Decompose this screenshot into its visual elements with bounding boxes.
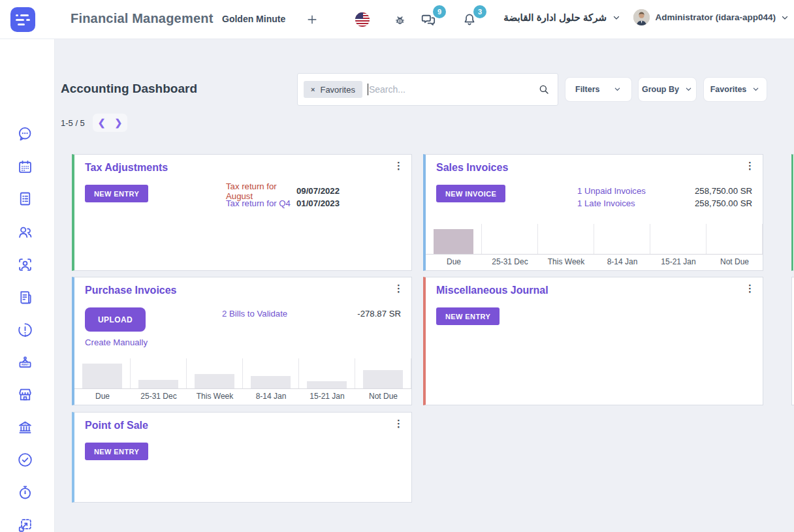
tax-return-august-link[interactable]: Tax return for August [226, 181, 296, 201]
accounting-bank-icon[interactable] [15, 417, 35, 437]
chart-x-label: 15-21 Jan [650, 257, 707, 266]
svg-text:RENT: RENT [22, 363, 29, 366]
chart-bar[interactable] [251, 376, 291, 388]
chart-bar[interactable] [307, 381, 347, 388]
chart-column-due[interactable] [426, 224, 482, 254]
notes-list-icon[interactable] [15, 189, 35, 208]
chart-column-25-31-dec[interactable] [131, 358, 187, 388]
rental-sign-icon[interactable]: RENT [15, 352, 35, 372]
chart-x-label: 15-21 Jan [299, 392, 355, 401]
bills-to-validate-link[interactable]: 2 Bills to Validate [222, 309, 287, 319]
chart-bar[interactable] [82, 364, 122, 388]
calendar-icon[interactable] [15, 157, 35, 176]
messages-badge: 9 [433, 5, 446, 18]
chart-bar[interactable] [363, 370, 403, 388]
partial-card-sliver [791, 154, 794, 271]
new-entry-button[interactable]: NEW ENTRY [436, 307, 500, 325]
card-point-of-sale: Point of Sale ⋮ NEW ENTRY [72, 412, 412, 503]
sidebar: RENT 123 [0, 39, 55, 532]
search-box[interactable]: × Favorites Search... [297, 73, 558, 106]
chart-column-15-21-jan[interactable] [299, 358, 355, 388]
chart-bar[interactable] [434, 229, 473, 254]
chevron-down-icon [781, 14, 789, 22]
chart-bar[interactable] [138, 380, 178, 388]
card-purchase-invoices: Purchase Invoices ⋮ UPLOAD 2 Bills to Va… [72, 277, 412, 405]
notifications-badge: 3 [473, 5, 486, 18]
facet-label: Favorites [320, 85, 355, 95]
favorites-button[interactable]: Favorites [703, 77, 767, 102]
bills-to-validate-amount: -278.87 SR [357, 309, 401, 319]
pager-prev-button[interactable]: ❮ [98, 118, 106, 127]
new-entry-button[interactable]: NEW ENTRY [85, 443, 148, 460]
upload-button[interactable]: UPLOAD [85, 307, 146, 332]
card-title-point-of-sale[interactable]: Point of Sale [85, 420, 148, 431]
unpaid-invoices-link[interactable]: 1 Unpaid Invoices [577, 186, 646, 196]
chart-column-not-due[interactable] [707, 224, 763, 254]
notifications-bell-icon[interactable]: 3 [459, 9, 480, 30]
language-flag-icon[interactable] [355, 12, 370, 27]
card-title-purchase-invoices[interactable]: Purchase Invoices [85, 285, 177, 296]
members-frame-icon[interactable] [15, 255, 35, 274]
chart-column-25-31-dec[interactable] [482, 224, 538, 254]
plus-icon[interactable] [302, 9, 323, 30]
chart-column-15-21-jan[interactable] [650, 224, 707, 254]
new-invoice-button[interactable]: NEW INVOICE [436, 185, 505, 202]
kebab-menu-icon[interactable]: ⋮ [394, 283, 404, 294]
group-by-button[interactable]: Group By [638, 77, 697, 102]
chevron-down-icon [685, 86, 693, 93]
documents-icon[interactable] [15, 287, 35, 307]
top-bar: Financial Management Golden Minute 9 [0, 0, 794, 39]
kebab-menu-icon[interactable]: ⋮ [745, 283, 755, 294]
new-entry-button[interactable]: NEW ENTRY [85, 185, 148, 202]
contacts-icon[interactable] [15, 222, 35, 242]
chart-column-due[interactable] [74, 358, 131, 388]
company-name: شركة حلول ادارة القابضة [503, 12, 607, 23]
apps-menu-logo[interactable] [10, 7, 35, 32]
chart-x-label: 25-31 Dec [482, 257, 538, 266]
filters-button[interactable]: Filters [565, 77, 632, 102]
chart-x-label: 8-14 Jan [594, 257, 650, 266]
kebab-menu-icon[interactable]: ⋮ [745, 160, 755, 172]
text-cursor [368, 84, 368, 95]
chart-column-this-week[interactable] [187, 358, 243, 388]
late-invoices-link[interactable]: 1 Late Invoices [577, 198, 635, 208]
chart-column-not-due[interactable] [355, 358, 411, 388]
card-title-miscellaneous-journal[interactable]: Miscellaneous Journal [436, 285, 548, 296]
kebab-menu-icon[interactable]: ⋮ [394, 160, 404, 172]
chart-x-label: This Week [187, 392, 243, 401]
search-input[interactable]: Search... [369, 84, 538, 95]
chevron-down-icon [612, 14, 620, 22]
group-by-label: Group By [642, 85, 679, 94]
filters-label: Filters [575, 85, 600, 94]
pager-next-button[interactable]: ❯ [115, 118, 123, 127]
card-title-sales-invoices[interactable]: Sales Invoices [436, 162, 508, 174]
tax-return-q4-link[interactable]: Tax return for Q4 [226, 198, 291, 208]
chart-bar[interactable] [195, 374, 234, 388]
todo-check-icon[interactable] [15, 450, 35, 469]
expand-share-icon[interactable] [15, 515, 35, 532]
chart-column-8-14-jan[interactable] [243, 358, 299, 388]
messages-icon[interactable]: 9 [419, 9, 439, 30]
search-facet-favorites[interactable]: × Favorites [304, 81, 362, 98]
chart-column-8-14-jan[interactable] [594, 224, 650, 254]
workspace-menu[interactable]: Golden Minute [222, 14, 285, 24]
activities-alert-icon[interactable] [15, 320, 35, 339]
card-title-tax-adjustments[interactable]: Tax Adjustments [85, 162, 168, 174]
chart-x-label: Due [426, 257, 482, 266]
chart-x-label: This Week [538, 257, 594, 266]
chart-column-this-week[interactable] [538, 224, 594, 254]
user-menu[interactable]: Administrator (idara-app044) [633, 9, 789, 25]
search-icon[interactable] [538, 84, 550, 95]
bug-icon[interactable] [389, 9, 410, 30]
card-miscellaneous-journal: Miscellaneous Journal ⋮ NEW ENTRY [423, 277, 763, 405]
company-selector[interactable]: شركة حلول ادارة القابضة [503, 12, 620, 23]
avatar [633, 9, 650, 25]
shop-storefront-icon[interactable] [15, 384, 35, 404]
sales-aging-chart: Due25-31 DecThis Week8-14 Jan15-21 JanNo… [426, 224, 763, 266]
facet-remove-icon[interactable]: × [311, 86, 315, 93]
kebab-menu-icon[interactable]: ⋮ [394, 418, 404, 430]
discuss-chat-icon[interactable] [15, 124, 35, 144]
timesheet-stopwatch-icon[interactable] [15, 482, 35, 502]
create-manually-link[interactable]: Create Manually [85, 337, 148, 347]
partial-card-sliver [791, 277, 794, 405]
